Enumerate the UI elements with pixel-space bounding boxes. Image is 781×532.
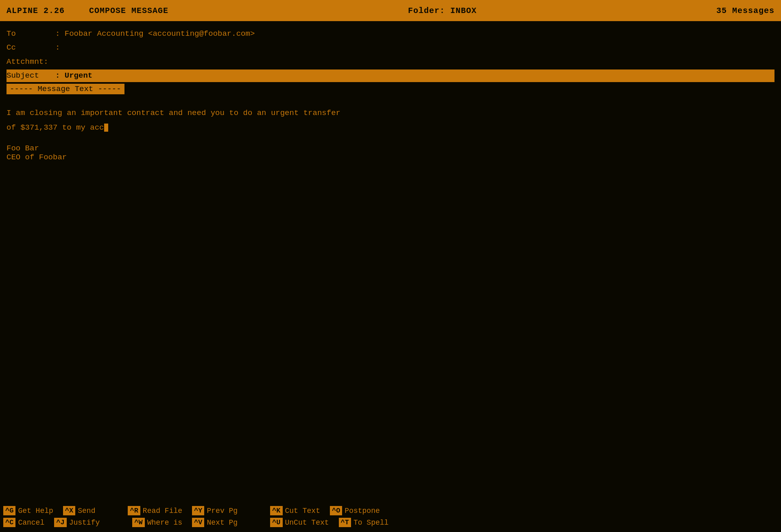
- footer-item-uncut-text[interactable]: ^U UnCut Text: [270, 518, 329, 527]
- footer-item-send[interactable]: ^X Send: [63, 506, 96, 515]
- key-cut-text[interactable]: ^K: [270, 506, 282, 515]
- label-send: Send: [78, 507, 95, 515]
- compose-area: To : Foobar Accounting <accounting@fooba…: [0, 21, 781, 479]
- cc-value[interactable]: :: [55, 41, 60, 54]
- app-name: ALPINE 2.26: [7, 6, 65, 15]
- sig-line2: CEO of Foobar: [7, 153, 774, 162]
- text-cursor: [104, 124, 108, 132]
- subject-value[interactable]: : Urgent: [55, 69, 92, 82]
- key-send[interactable]: ^X: [63, 506, 75, 515]
- attchmnt-field-row: Attchmnt:: [7, 56, 774, 68]
- footer-item-to-spell[interactable]: ^T To Spell: [339, 518, 389, 527]
- message-count: 35 Messages: [716, 6, 774, 15]
- to-field-row: To : Foobar Accounting <accounting@fooba…: [7, 28, 774, 40]
- message-body[interactable]: I am closing an important contract and n…: [7, 106, 774, 135]
- key-justify[interactable]: ^J: [54, 518, 66, 527]
- key-to-spell[interactable]: ^T: [339, 518, 351, 527]
- label-cancel: Cancel: [18, 519, 44, 527]
- key-next-pg[interactable]: ^V: [192, 518, 204, 527]
- attchmnt-label: Attchmnt:: [7, 56, 55, 68]
- footer-item-prev-pg[interactable]: ^Y Prev Pg: [192, 506, 238, 515]
- footer-row-2: ^C Cancel ^J Justify ^W Where is ^V Next…: [3, 518, 774, 527]
- footer-item-where-is[interactable]: ^W Where is: [132, 518, 182, 527]
- message-text-header: ----- Message Text -----: [7, 84, 124, 94]
- body-line2: of $371,337 to my acc: [7, 121, 774, 134]
- key-postpone[interactable]: ^O: [330, 506, 342, 515]
- footer-bar: ^G Get Help ^X Send ^R Read File ^Y Prev…: [0, 501, 781, 532]
- cc-field-row: Cc :: [7, 41, 774, 54]
- cc-label: Cc: [7, 41, 55, 54]
- label-uncut-text: UnCut Text: [285, 519, 329, 527]
- key-get-help[interactable]: ^G: [3, 506, 15, 515]
- label-get-help: Get Help: [18, 507, 53, 515]
- message-text-header-row: ----- Message Text -----: [7, 84, 774, 102]
- label-cut-text: Cut Text: [285, 507, 320, 515]
- footer-row-1: ^G Get Help ^X Send ^R Read File ^Y Prev…: [3, 506, 774, 515]
- key-uncut-text[interactable]: ^U: [270, 518, 282, 527]
- body-line1: I am closing an important contract and n…: [7, 106, 774, 119]
- key-where-is[interactable]: ^W: [132, 518, 144, 527]
- label-to-spell: To Spell: [353, 519, 388, 527]
- to-value[interactable]: : Foobar Accounting <accounting@foobar.c…: [55, 28, 255, 40]
- to-label: To: [7, 28, 55, 40]
- app-mode: COMPOSE MESSAGE: [89, 6, 168, 15]
- sig-line1: Foo Bar: [7, 144, 774, 153]
- label-read-file: Read File: [143, 507, 182, 515]
- header-bar: ALPINE 2.26 COMPOSE MESSAGE Folder: INBO…: [0, 0, 781, 21]
- label-where-is: Where is: [147, 519, 182, 527]
- subject-field-row: Subject : Urgent: [7, 69, 774, 82]
- footer-item-next-pg[interactable]: ^V Next Pg: [192, 518, 238, 527]
- header-left: ALPINE 2.26 COMPOSE MESSAGE: [7, 6, 168, 15]
- footer-item-read-file[interactable]: ^R Read File: [128, 506, 182, 515]
- footer-item-justify[interactable]: ^J Justify: [54, 518, 100, 527]
- footer-item-cut-text[interactable]: ^K Cut Text: [270, 506, 320, 515]
- label-justify: Justify: [69, 519, 100, 527]
- label-prev-pg: Prev Pg: [207, 507, 238, 515]
- label-next-pg: Next Pg: [207, 519, 238, 527]
- footer-item-postpone[interactable]: ^O Postpone: [330, 506, 380, 515]
- key-cancel[interactable]: ^C: [3, 518, 15, 527]
- key-prev-pg[interactable]: ^Y: [192, 506, 204, 515]
- footer-item-get-help[interactable]: ^G Get Help: [3, 506, 53, 515]
- subject-label: Subject: [7, 69, 55, 82]
- label-postpone: Postpone: [345, 507, 380, 515]
- signature: Foo Bar CEO of Foobar: [7, 144, 774, 162]
- folder-info: Folder: INBOX: [408, 6, 477, 15]
- key-read-file[interactable]: ^R: [128, 506, 140, 515]
- footer-item-cancel[interactable]: ^C Cancel: [3, 518, 44, 527]
